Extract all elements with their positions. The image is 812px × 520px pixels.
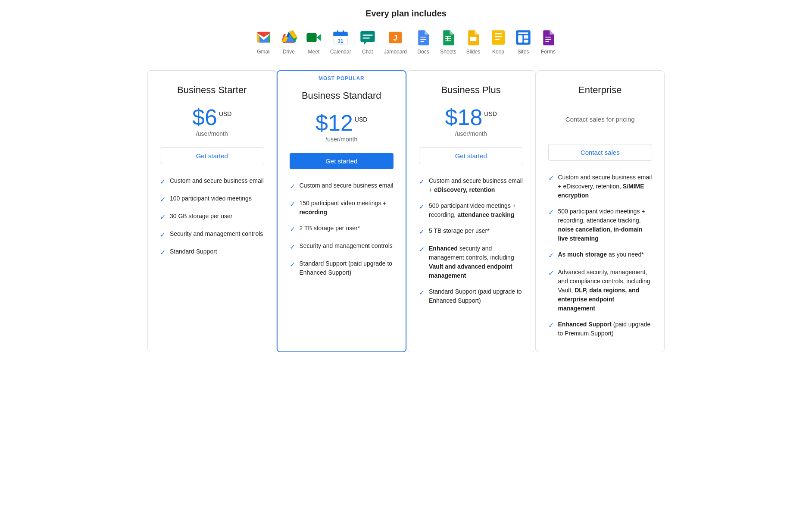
svg-rect-16 — [360, 31, 375, 42]
plus-cta-button[interactable]: Get started — [419, 147, 523, 164]
plus-feature-3-text: 5 TB storage per user* — [429, 226, 490, 235]
plus-feature-3: ✓ 5 TB storage per user* — [419, 226, 523, 237]
starter-feature-5-text: Standard Support — [170, 247, 217, 256]
svg-rect-36 — [518, 35, 522, 43]
svg-text:31: 31 — [338, 38, 344, 44]
svg-rect-33 — [495, 39, 500, 40]
svg-rect-35 — [518, 32, 528, 34]
plus-feature-1-text: Custom and secure business email + eDisc… — [429, 176, 523, 194]
plan-card-starter: Business Starter $6 USD /user/month Get … — [147, 70, 277, 352]
check-icon: ✓ — [290, 199, 295, 210]
starter-price-row: $6 USD — [160, 106, 264, 128]
check-icon: ✓ — [290, 224, 295, 235]
starter-feature-4: ✓ Security and management controls — [160, 229, 264, 240]
svg-rect-26 — [445, 38, 451, 39]
jamboard-label: Jamboard — [384, 49, 407, 55]
check-icon: ✓ — [290, 242, 295, 252]
plus-feature-4-text: Enhanced security and management control… — [429, 244, 523, 280]
plus-feature-2: ✓ 500 participant video meetings + recor… — [419, 201, 523, 219]
svg-rect-22 — [420, 37, 426, 38]
enterprise-pricing-note: Contact sales for pricing — [548, 106, 653, 132]
forms-icon-item: Forms — [540, 29, 557, 55]
svg-rect-25 — [445, 36, 451, 37]
meet-icon — [305, 29, 322, 46]
enterprise-feature-list: ✓ Custom and secure business email + eDi… — [548, 173, 653, 338]
enterprise-feature-4-text: Advanced security, management, and compl… — [558, 268, 653, 313]
every-plan-title: Every plan includes — [9, 9, 803, 19]
check-icon: ✓ — [160, 212, 166, 222]
svg-rect-30 — [492, 30, 505, 44]
starter-cta-button[interactable]: Get started — [160, 147, 264, 164]
calendar-icon: 31 — [332, 29, 349, 46]
starter-feature-list: ✓ Custom and secure business email ✓ 100… — [160, 176, 264, 258]
standard-feature-1: ✓ Custom and secure business email — [290, 181, 394, 192]
enterprise-cta-button[interactable]: Contact sales — [548, 144, 653, 161]
plus-feature-1: ✓ Custom and secure business email + eDi… — [419, 176, 523, 194]
check-icon: ✓ — [419, 244, 425, 255]
check-icon: ✓ — [548, 251, 554, 261]
plus-feature-list: ✓ Custom and secure business email + eDi… — [419, 176, 523, 305]
check-icon: ✓ — [419, 227, 425, 237]
starter-feature-1-text: Custom and secure business email — [170, 176, 264, 185]
calendar-label: Calendar — [330, 49, 351, 55]
sheets-icon — [440, 29, 457, 46]
enterprise-feature-3: ✓ As much storage as you need* — [548, 250, 653, 261]
starter-feature-2: ✓ 100 participant video meetings — [160, 194, 264, 205]
svg-rect-27 — [445, 41, 451, 41]
svg-rect-32 — [495, 36, 502, 38]
sites-icon — [515, 29, 532, 46]
gmail-icon-item: Gmail — [255, 29, 272, 55]
sheets-label: Sheets — [440, 49, 456, 55]
drive-label: Drive — [283, 49, 295, 55]
svg-rect-8 — [306, 33, 316, 42]
plus-plan-name: Business Plus — [419, 85, 523, 96]
check-icon: ✓ — [548, 173, 554, 184]
check-icon: ✓ — [548, 268, 554, 279]
plan-card-enterprise: Enterprise Contact sales for pricing Con… — [536, 70, 665, 352]
standard-feature-2: ✓ 150 participant video meetings + recor… — [290, 199, 394, 217]
svg-text:J: J — [393, 33, 397, 42]
jamboard-icon-item: J Jamboard — [384, 29, 407, 55]
standard-currency: USD — [355, 116, 368, 123]
svg-rect-39 — [545, 37, 551, 38]
standard-feature-4: ✓ Security and management controls — [290, 241, 394, 252]
standard-feature-list: ✓ Custom and secure business email ✓ 150… — [290, 181, 394, 277]
plus-currency: USD — [484, 110, 497, 117]
drive-icon — [280, 29, 297, 46]
check-icon: ✓ — [419, 177, 425, 187]
check-icon: ✓ — [548, 207, 554, 218]
check-icon: ✓ — [160, 230, 166, 240]
enterprise-feature-5: ✓ Enhanced Support (paid upgrade to Prem… — [548, 320, 653, 338]
sites-icon-item: Sites — [515, 29, 532, 55]
standard-feature-2-text: 150 participant video meetings + recordi… — [300, 199, 394, 217]
chat-icon-item: Chat — [359, 29, 376, 55]
slides-icon — [465, 29, 482, 46]
svg-rect-18 — [362, 34, 372, 36]
keep-label: Keep — [492, 49, 504, 55]
starter-price: $6 — [192, 106, 217, 128]
standard-price-per: /user/month — [290, 136, 394, 143]
svg-rect-23 — [420, 39, 426, 40]
enterprise-feature-1: ✓ Custom and secure business email + eDi… — [548, 173, 653, 200]
starter-feature-2-text: 100 participant video meetings — [170, 194, 252, 203]
docs-icon-item: Docs — [415, 29, 432, 55]
svg-rect-12 — [334, 34, 348, 36]
docs-label: Docs — [417, 49, 429, 55]
standard-cta-button[interactable]: Get started — [290, 153, 394, 169]
svg-marker-17 — [364, 42, 367, 45]
standard-feature-3-text: 2 TB storage per user* — [300, 224, 360, 233]
plan-card-plus: Business Plus $18 USD /user/month Get st… — [406, 70, 536, 352]
keep-icon-item: Keep — [490, 29, 507, 55]
plus-feature-5: ✓ Standard Support (paid upgrade to Enha… — [419, 287, 523, 305]
forms-icon — [540, 29, 557, 46]
google-apps-icons-row: Gmail Drive Meet — [9, 29, 803, 55]
enterprise-feature-1-text: Custom and secure business email + eDisc… — [558, 173, 653, 200]
plans-container: Business Starter $6 USD /user/month Get … — [147, 70, 665, 352]
slides-icon-item: Slides — [465, 29, 482, 55]
standard-feature-4-text: Security and management controls — [300, 241, 393, 251]
svg-rect-41 — [545, 41, 549, 42]
docs-icon — [415, 29, 432, 46]
slides-label: Slides — [466, 49, 481, 55]
starter-feature-5: ✓ Standard Support — [160, 247, 264, 258]
check-icon: ✓ — [160, 194, 166, 205]
